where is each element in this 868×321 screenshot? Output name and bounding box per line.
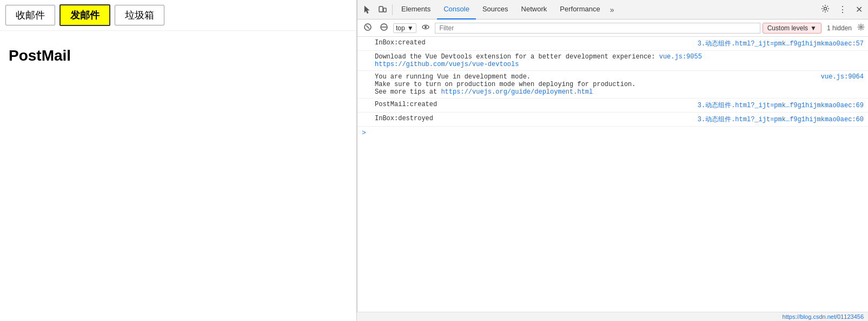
console-settings-button[interactable] <box>857 23 865 32</box>
block-icon <box>380 23 388 31</box>
tab-console[interactable]: Console <box>437 0 476 19</box>
block-icon-button[interactable] <box>377 22 391 34</box>
custom-levels-label: Custom levels <box>767 24 808 32</box>
vue-devtools-link[interactable]: vue.js:9055 <box>659 53 702 61</box>
gear-icon <box>821 4 830 13</box>
devtools-panel: Elements Console Sources Network Perform… <box>357 0 868 321</box>
prompt-icon: > <box>362 129 366 137</box>
console-prompt-row: > <box>357 127 868 139</box>
settings-button[interactable] <box>818 2 833 17</box>
console-toolbar: top ▼ Custom levels ▼ 1 hidden <box>357 19 868 37</box>
console-source-link[interactable]: 3.动态组件.html?_ijt=pmk…f9g1hijmkmao0aec:69 <box>698 101 864 110</box>
console-row: Download the Vue Devtools extension for … <box>357 51 868 71</box>
custom-levels-button[interactable]: Custom levels ▼ <box>763 23 821 34</box>
close-devtools-button[interactable]: ✕ <box>852 2 866 17</box>
eye-button[interactable] <box>419 22 433 34</box>
console-message-text: InBox:destroyed <box>375 115 693 122</box>
device-icon <box>378 5 387 14</box>
console-message-text: You are running Vue in development mode.… <box>375 73 817 96</box>
device-toggle-button[interactable] <box>375 3 390 16</box>
console-message-text: InBox:created <box>375 39 693 47</box>
context-label: top <box>396 24 405 32</box>
trash-button[interactable]: 垃圾箱 <box>115 5 164 25</box>
context-dropdown-icon: ▼ <box>407 24 414 32</box>
deployment-link[interactable]: https://vuejs.org/guide/deployment.html <box>441 88 593 96</box>
svg-point-9 <box>860 26 862 28</box>
console-settings-icon <box>857 23 865 31</box>
svg-rect-1 <box>383 8 386 12</box>
console-messages: InBox:created 3.动态组件.html?_ijt=pmk…f9g1h… <box>357 37 868 321</box>
eye-icon <box>422 23 429 31</box>
custom-levels-dropdown-icon: ▼ <box>810 24 817 32</box>
tab-network[interactable]: Network <box>515 0 554 19</box>
filter-input[interactable] <box>435 23 760 34</box>
console-row: PostMail:created 3.动态组件.html?_ijt=pmk…f9… <box>357 99 868 113</box>
tab-sources[interactable]: Sources <box>476 0 515 19</box>
devtools-toolbar: Elements Console Sources Network Perform… <box>357 0 868 19</box>
inbox-button[interactable]: 收邮件 <box>5 5 55 25</box>
toolbar-divider <box>392 4 393 15</box>
app-area: 收邮件 发邮件 垃圾箱 PostMail Elements Console <box>0 0 868 321</box>
cursor-icon-button[interactable] <box>360 3 375 16</box>
nav-bar: 收邮件 发邮件 垃圾箱 <box>0 0 356 31</box>
compose-button[interactable]: 发邮件 <box>59 4 110 26</box>
svg-point-8 <box>425 26 427 28</box>
tab-performance[interactable]: Performance <box>553 0 606 19</box>
console-row: You are running Vue in development mode.… <box>357 71 868 99</box>
svg-point-2 <box>824 7 827 10</box>
clear-console-button[interactable] <box>361 22 375 34</box>
github-link[interactable]: https://github.com/vuejs/vue-devtools <box>375 61 519 68</box>
toolbar-right: ⋮ ✕ <box>818 2 866 17</box>
clear-icon <box>364 23 372 31</box>
more-tabs-button[interactable]: » <box>607 3 618 16</box>
left-panel: 收邮件 发邮件 垃圾箱 PostMail <box>0 0 357 321</box>
more-options-button[interactable]: ⋮ <box>835 2 850 17</box>
console-source-link[interactable]: 3.动态组件.html?_ijt=pmk…f9g1hijmkmao0aec:57 <box>698 39 864 48</box>
console-message-text: Download the Vue Devtools extension for … <box>375 53 864 68</box>
console-source-link[interactable]: 3.动态组件.html?_ijt=pmk…f9g1hijmkmao0aec:60 <box>698 115 864 124</box>
console-message-text: PostMail:created <box>375 101 693 108</box>
bottom-bar: https://blog.csdn.net/01123456 <box>357 312 868 321</box>
hidden-count: 1 hidden <box>824 24 855 32</box>
console-source-link[interactable]: vue.js:9064 <box>821 73 864 81</box>
svg-line-4 <box>366 25 369 29</box>
svg-rect-0 <box>379 6 383 12</box>
app-title: PostMail <box>0 31 356 81</box>
console-row: InBox:created 3.动态组件.html?_ijt=pmk…f9g1h… <box>357 37 868 51</box>
context-selector[interactable]: top ▼ <box>393 23 416 33</box>
console-row: InBox:destroyed 3.动态组件.html?_ijt=pmk…f9g… <box>357 113 868 127</box>
cursor-icon <box>363 5 372 14</box>
tab-elements[interactable]: Elements <box>395 0 437 19</box>
